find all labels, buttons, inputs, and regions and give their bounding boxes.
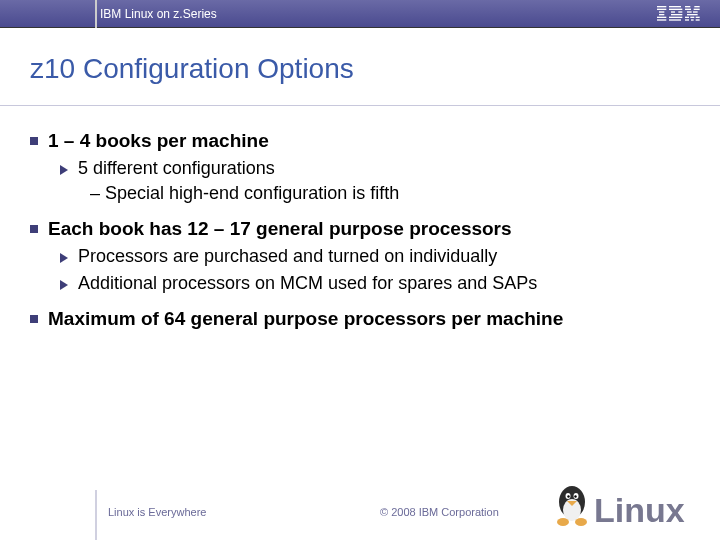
header-divider	[95, 0, 97, 28]
svg-rect-0	[657, 6, 666, 7]
svg-rect-10	[671, 14, 682, 15]
footer-copyright: © 2008 IBM Corporation	[380, 506, 499, 518]
svg-rect-9	[679, 11, 683, 12]
slide: IBM Linux on z.Series z10 Configuration …	[0, 0, 720, 540]
bullet-level2: Additional processors on MCM used for sp…	[60, 273, 690, 294]
svg-rect-4	[657, 16, 666, 17]
linux-logo-icon: Linux	[552, 484, 702, 534]
svg-rect-2	[659, 11, 664, 12]
svg-rect-11	[669, 16, 682, 17]
triangle-bullet-icon	[60, 165, 68, 175]
square-bullet-icon	[30, 225, 38, 233]
bullet-level1: 1 – 4 books per machine 5 different conf…	[30, 130, 690, 204]
bullet-level3: – Special high-end configuration is fift…	[90, 183, 690, 204]
bullet-text: Additional processors on MCM used for sp…	[78, 273, 537, 294]
bullet-level2: Processors are purchased and turned on i…	[60, 246, 690, 267]
svg-rect-22	[696, 16, 700, 17]
svg-rect-25	[696, 19, 700, 20]
svg-rect-23	[685, 19, 689, 20]
footer-divider	[95, 490, 97, 540]
svg-rect-19	[687, 14, 698, 15]
svg-rect-15	[685, 8, 691, 9]
svg-rect-16	[694, 8, 700, 9]
bullet-text: Each book has 12 – 17 general purpose pr…	[48, 218, 512, 240]
svg-rect-13	[685, 6, 690, 7]
slide-title: z10 Configuration Options	[0, 28, 720, 106]
slide-content: 1 – 4 books per machine 5 different conf…	[0, 106, 720, 540]
svg-text:Linux: Linux	[594, 491, 685, 529]
svg-point-31	[574, 495, 576, 497]
bullet-text: Maximum of 64 general purpose processors…	[48, 308, 563, 330]
svg-rect-18	[693, 11, 698, 12]
square-bullet-icon	[30, 315, 38, 323]
header-bar: IBM Linux on z.Series	[0, 0, 720, 28]
ibm-logo-icon	[657, 6, 700, 22]
footer: Linux is Everywhere © 2008 IBM Corporati…	[0, 480, 720, 540]
svg-rect-6	[669, 6, 681, 7]
svg-rect-12	[669, 19, 681, 20]
bullet-level1: Maximum of 64 general purpose processors…	[30, 308, 690, 330]
svg-rect-8	[671, 11, 675, 12]
triangle-bullet-icon	[60, 253, 68, 263]
svg-rect-14	[695, 6, 700, 7]
svg-rect-21	[691, 16, 695, 17]
bullet-text: Processors are purchased and turned on i…	[78, 246, 497, 267]
svg-rect-7	[669, 8, 682, 9]
bullet-text: 5 different configurations	[78, 158, 275, 179]
svg-point-33	[575, 518, 587, 526]
footer-tagline: Linux is Everywhere	[108, 506, 206, 518]
svg-rect-1	[657, 8, 666, 9]
svg-rect-17	[687, 11, 692, 12]
bullet-text: 1 – 4 books per machine	[48, 130, 269, 152]
svg-rect-20	[685, 16, 689, 17]
svg-rect-5	[657, 19, 666, 20]
triangle-bullet-icon	[60, 280, 68, 290]
svg-rect-24	[691, 19, 694, 20]
bullet-level1: Each book has 12 – 17 general purpose pr…	[30, 218, 690, 294]
svg-point-30	[567, 495, 569, 497]
svg-rect-3	[659, 14, 664, 15]
header-title: IBM Linux on z.Series	[100, 7, 217, 21]
svg-point-32	[557, 518, 569, 526]
square-bullet-icon	[30, 137, 38, 145]
bullet-level2: 5 different configurations	[60, 158, 690, 179]
